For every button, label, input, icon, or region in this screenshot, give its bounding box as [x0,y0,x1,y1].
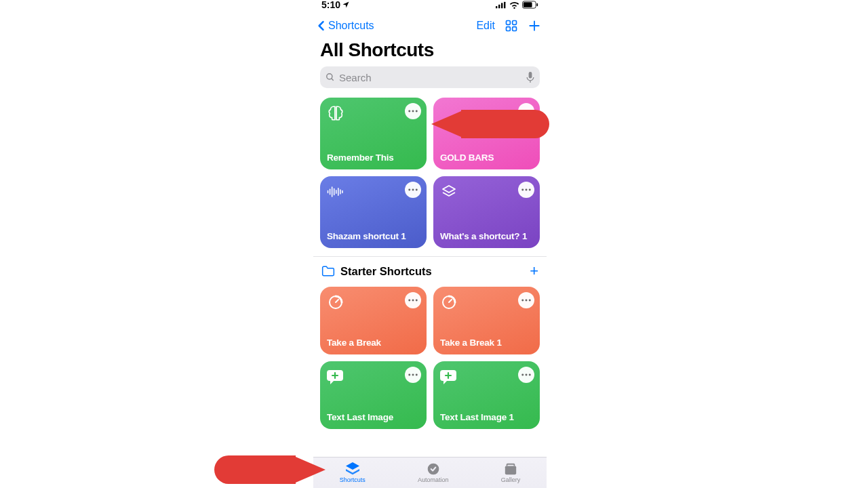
timer-icon [327,293,344,311]
svg-point-40 [412,300,414,302]
svg-rect-2 [501,3,502,8]
phone-screen: 5:10 Shortcuts Edit All Shortcuts Search [313,0,547,488]
more-icon[interactable] [518,182,534,198]
svg-marker-59 [431,111,461,137]
folder-icon [321,265,335,277]
status-icons [496,1,538,9]
brain-icon [327,104,344,122]
section-header: Starter Shortcuts + [313,257,547,284]
section-title[interactable]: Starter Shortcuts [340,265,432,278]
svg-point-39 [408,300,410,302]
page-title: All Shortcuts [313,37,547,66]
annotation-arrow-bottom [214,455,331,484]
svg-point-19 [416,110,418,113]
status-bar: 5:10 [313,0,547,12]
card-label: Text Last Image [327,412,420,422]
more-icon[interactable] [405,103,421,119]
svg-point-35 [526,189,528,191]
shortcut-card-text-last-image-1[interactable]: Text Last Image 1 [433,361,540,429]
search-wrap: Search [313,66,547,94]
tab-label: Gallery [501,476,521,483]
svg-rect-58 [505,466,516,474]
wifi-icon [509,1,519,9]
svg-point-41 [416,300,418,302]
svg-rect-6 [536,3,538,6]
svg-rect-9 [507,27,511,31]
automation-tab-icon [427,462,440,476]
more-icon[interactable] [405,182,421,198]
svg-point-36 [529,189,531,191]
shortcut-card-text-last-image[interactable]: Text Last Image [320,361,427,429]
plus-icon[interactable] [528,19,541,33]
svg-point-46 [529,300,531,302]
svg-line-38 [336,300,338,302]
speech-plus-icon [440,368,458,386]
svg-point-55 [526,374,528,376]
grid-icon[interactable] [505,19,518,33]
layers-icon [440,183,458,201]
svg-point-32 [412,189,414,191]
more-icon[interactable] [405,292,421,308]
svg-point-33 [416,189,418,191]
card-label: Take a Break 1 [440,338,533,348]
svg-point-45 [526,300,528,302]
card-label: Text Last Image 1 [440,412,533,422]
back-button[interactable]: Shortcuts [315,19,374,33]
waveform-icon [327,183,344,201]
search-input[interactable]: Search [320,66,540,88]
more-icon[interactable] [518,292,534,308]
speech-plus-icon [327,368,344,386]
svg-marker-60 [296,457,326,483]
tab-label: Automation [418,476,449,483]
svg-rect-0 [496,6,497,8]
more-icon[interactable] [518,367,534,383]
card-label: Remember This [327,152,420,163]
annotation-arrow-top [425,110,549,138]
svg-rect-10 [513,27,517,31]
shortcuts-tab-icon [345,462,360,476]
tab-automation[interactable]: Automation [418,462,449,483]
mic-icon[interactable] [526,72,534,83]
card-label: Take a Break [327,338,420,348]
battery-icon [522,1,538,9]
card-label: GOLD BARS [440,152,533,163]
shortcut-card-whats-a-shortcut[interactable]: What's a shortcut? 1 [433,176,540,248]
svg-point-13 [327,74,332,79]
edit-button[interactable]: Edit [476,20,495,32]
chevron-left-icon [315,19,328,33]
tab-shortcuts[interactable]: Shortcuts [340,462,366,483]
svg-line-14 [332,79,334,81]
tab-label: Shortcuts [340,476,366,483]
tab-bar: Shortcuts Automation Gallery [313,457,547,488]
svg-rect-15 [529,72,532,79]
shortcut-card-take-a-break-1[interactable]: Take a Break 1 [433,287,540,354]
shortcut-card-shazam[interactable]: Shazam shortcut 1 [320,176,427,248]
svg-point-34 [521,189,524,191]
shortcut-card-remember-this[interactable]: Remember This [320,98,427,169]
gallery-tab-icon [503,462,518,476]
svg-rect-1 [498,4,500,8]
back-label: Shortcuts [328,20,374,32]
svg-rect-5 [524,2,532,7]
svg-point-50 [412,374,414,376]
svg-rect-3 [504,1,505,8]
location-icon [342,1,350,9]
svg-point-51 [416,374,418,376]
svg-point-49 [408,374,410,376]
cellular-icon [496,1,507,9]
status-time-text: 5:10 [321,0,340,10]
more-icon[interactable] [405,367,421,383]
svg-point-44 [521,300,524,302]
starter-grid: Take a Break Take a Break 1 Text Last Im… [313,284,547,436]
section-add-button[interactable]: + [530,262,538,280]
svg-rect-8 [513,21,517,25]
svg-point-54 [521,374,524,376]
svg-point-31 [408,189,410,191]
nav-row: Shortcuts Edit [313,12,547,37]
status-time: 5:10 [321,0,350,10]
card-label: Shazam shortcut 1 [327,231,420,241]
svg-point-18 [412,110,414,113]
shortcut-card-take-a-break[interactable]: Take a Break [320,287,427,354]
tab-gallery[interactable]: Gallery [501,462,521,483]
timer-icon [440,293,458,311]
